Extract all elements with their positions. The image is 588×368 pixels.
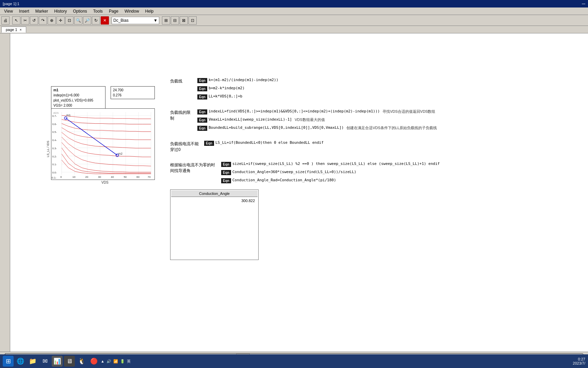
title-bar-close[interactable]: ─	[582, 1, 585, 6]
eqn-badge-boundedll: Eqn	[197, 126, 207, 131]
marker1-plot-vs: plot_vs(IDS.i, VDS)=0.695	[53, 98, 103, 103]
menu-insert[interactable]: Insert	[16, 8, 32, 14]
eqn-text-conduction-rad: Conduction_Angle_Rad=Conduction_Angle*(p…	[232, 178, 336, 182]
taskbar-red-icon[interactable]: 🔴	[88, 356, 99, 367]
taskbar-time[interactable]: 0:27 2023/7/	[573, 357, 585, 365]
svg-text:0.6-: 0.6-	[52, 123, 57, 126]
taskbar-lang[interactable]: 英	[127, 359, 131, 364]
svg-text:0.3-: 0.3-	[52, 147, 57, 150]
cut-button[interactable]: ✂	[21, 16, 29, 25]
svg-text:30: 30	[98, 175, 101, 179]
eqn-text-indexll: indexLL=find(VDS[0,:]>=indep(m1)&&VDS[0,…	[209, 109, 380, 113]
eqn-text-ll: LL=k*VDS[0,:]+b	[209, 94, 242, 98]
value-line1: 24.700	[113, 88, 152, 93]
eqn-sizell: Eqn sizeLL=if(sweep_size(LS_LL) %2 ==0 )…	[221, 162, 440, 167]
menu-tools[interactable]: Tools	[91, 8, 105, 14]
taskbar-sys-tray: ▲ 🔊 📶 🔋 英	[101, 359, 131, 364]
arrow-button[interactable]: ↖	[12, 16, 20, 25]
table-row: 300.822	[171, 198, 258, 204]
current-limit-eqns: Eqn LS_LL=if(BoundedLL<0)then 0 else Bou…	[204, 140, 324, 149]
taskbar-folder-icon[interactable]: 📁	[27, 356, 38, 367]
menu-help[interactable]: Help	[143, 8, 157, 14]
svg-text:20: 20	[85, 175, 88, 179]
taskbar-linux-icon[interactable]: 🐧	[76, 356, 87, 367]
table-row-empty	[171, 204, 258, 259]
table-value: 300.822	[171, 198, 258, 204]
svg-text:m1: m1	[66, 113, 70, 117]
menu-window[interactable]: Window	[122, 8, 142, 14]
eqn-badge-ll: Eqn	[197, 94, 207, 99]
marker1-name: m1	[53, 88, 103, 93]
x-axis-label: VDS	[101, 181, 109, 184]
svg-text:ADS: ADS	[53, 111, 59, 114]
taskbar-windows-btn[interactable]: ⊞	[3, 356, 14, 367]
eqn-boundedll: Eqn BoundedLL=build_subrange(LL,VDS[0,in…	[197, 125, 437, 131]
tab-close-button[interactable]: ×	[20, 28, 22, 32]
conduction-angle-section: 根据输出电流不为零的时间找导通角 Eqn sizeLL=if(sweep_siz…	[170, 162, 581, 186]
eqn-ll: Eqn LL=k*VDS[0,:]+b	[197, 94, 278, 99]
eqn-text-lsll: LS_LL=if(BoundedLL<0)then 0 else Bounded…	[215, 140, 324, 145]
eqn-indexll: Eqn indexLL=find(VDS[0,:]>=indep(m1)&&VD…	[197, 109, 437, 114]
icon-btn-4[interactable]: ⊡	[189, 16, 197, 25]
marker1-vgs: VGS= 2.000	[53, 103, 103, 108]
print-button[interactable]: 🖨	[1, 16, 10, 25]
page-tab[interactable]: page 1 ×	[1, 27, 26, 33]
load-line-limit-eqns: Eqn indexLL=find(VDS[0,:]>=indep(m1)&&VD…	[197, 109, 437, 134]
tab-bar: page 1 ×	[0, 26, 588, 33]
y-axis-label: LS_LL / IDS	[46, 141, 50, 157]
eqn-comment-indexll: 寻找VDS合适的值返回VDS数组	[382, 109, 435, 114]
eqn-badge-lsll: Eqn	[204, 141, 214, 146]
close-plot-button[interactable]: ✕	[101, 16, 109, 25]
svg-text:0: 0	[60, 175, 62, 179]
move-button[interactable]: ⊕	[48, 16, 56, 25]
zoom-fit-button[interactable]: ⊡	[65, 16, 74, 25]
taskbar-volume: 📶	[113, 359, 118, 364]
cursor-button[interactable]: ✛	[56, 16, 65, 25]
svg-text:0.0-: 0.0-	[52, 171, 57, 174]
taskbar-chart-icon[interactable]: 📊	[52, 356, 63, 367]
svg-text:0.4-: 0.4-	[52, 139, 57, 142]
taskbar-monitor-icon[interactable]: 🖥	[64, 356, 75, 367]
marker1-info-box: m1 indep(m1)=6.000 plot_vs(IDS.i, VDS)=0…	[51, 86, 105, 109]
icon-btn-3[interactable]: ⊠	[180, 16, 188, 25]
eqn-badge-b: Eqn	[197, 86, 207, 91]
menu-view[interactable]: View	[1, 8, 16, 14]
eqn-badge-conduction-rad: Eqn	[221, 178, 231, 183]
equations-area: 负载线 Eqn k=(m1-m2)/(indep(m1)-indep(m2)) …	[170, 78, 581, 260]
taskbar-mail-icon[interactable]: ✉	[39, 356, 50, 367]
menu-marker[interactable]: Marker	[33, 8, 51, 14]
eqn-conduction: Eqn Conduction_Angle=360*(sweep_size(fin…	[221, 170, 440, 175]
redo-button[interactable]: ↷	[39, 16, 47, 25]
conduction-angle-eqns: Eqn sizeLL=if(sweep_size(LS_LL) %2 ==0 )…	[221, 162, 440, 186]
svg-text:0.7-: 0.7-	[52, 114, 57, 118]
title-bar-text: [page 1]:1	[3, 2, 19, 6]
svg-text:-0.1-: -0.1-	[51, 176, 56, 179]
eqn-text-conduction: Conduction_Angle=360*(sweep_size(find(LS…	[232, 170, 356, 174]
load-line-section: 负载线 Eqn k=(m1-m2)/(indep(m1)-indep(m2)) …	[170, 78, 581, 102]
value-line2: 0.276	[113, 93, 152, 98]
svg-text:10: 10	[72, 175, 76, 179]
graph-plot: 0.7- 0.6- 0.5- 0.4- 0.3- 0.2- 0.1- 0.0- …	[51, 108, 155, 180]
zoom-out-button[interactable]: 🔎	[83, 16, 91, 25]
simulation-dropdown[interactable]: Dc_Bias ▼	[112, 17, 159, 24]
eqn-k: Eqn k=(m1-m2)/(indep(m1)-indep(m2))	[197, 78, 278, 83]
toolbar: 🖨 ↖ ✂ ↺ ↷ ⊕ ✛ ⊡ 🔍 🔎 ↻ ✕ Dc_Bias ▼ ⊞ ⊟ ⊠ …	[0, 15, 588, 26]
eqn-comment-vmaxll: VDS数组最大的值	[295, 117, 325, 122]
taskbar-up-arrow[interactable]: ▲	[101, 359, 104, 363]
menu-history[interactable]: History	[51, 8, 69, 14]
zoom-in-button[interactable]: 🔍	[74, 16, 82, 25]
icon-btn-1[interactable]: ⊞	[162, 16, 170, 25]
menu-page[interactable]: Page	[106, 8, 121, 14]
eqn-badge-vmaxll: Eqn	[197, 118, 207, 123]
eqn-badge-k: Eqn	[197, 78, 207, 83]
icon-btn-2[interactable]: ⊟	[171, 16, 179, 25]
load-line-limit-label: 负载线的限制	[170, 110, 194, 121]
refresh-button[interactable]: ↻	[92, 16, 100, 25]
svg-text:m2: m2	[118, 152, 122, 155]
undo-button[interactable]: ↺	[30, 16, 38, 25]
svg-text:40: 40	[111, 175, 114, 179]
table-header: Conduction_Angle	[171, 190, 258, 197]
taskbar-browser-icon[interactable]: 🌐	[15, 356, 26, 367]
menu-options[interactable]: Options	[70, 8, 90, 14]
svg-text:0.5-: 0.5-	[52, 131, 57, 134]
